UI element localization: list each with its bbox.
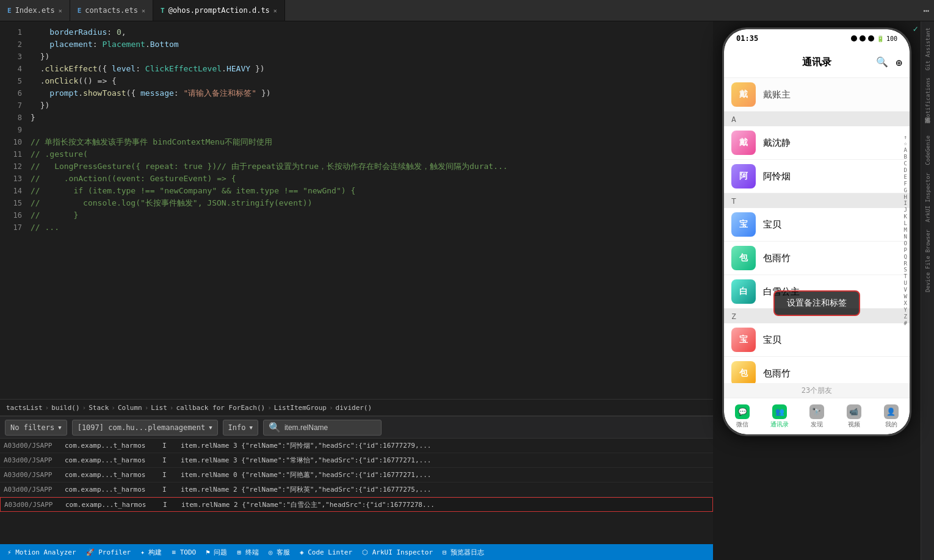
log-row[interactable]: A03d00/JSAPP com.examp...t_harmos I item… xyxy=(0,468,713,483)
wechat-icon: 💬 xyxy=(735,404,750,419)
codegenie-label[interactable]: CodeGenie xyxy=(924,132,932,169)
camera-dot xyxy=(851,35,857,41)
status-profiler[interactable]: 🚀 Profiler xyxy=(86,548,131,556)
filter-label: No filters xyxy=(10,423,54,432)
bottom-toolbar: No filters ▼ [1097] com.hu...plemanageme… xyxy=(0,417,713,439)
phone-time: 01:35 xyxy=(736,34,758,43)
log-tag: com.examp...t_harmos xyxy=(61,456,159,464)
contact-item[interactable]: 戴 戴账主 xyxy=(724,78,910,112)
device-file-browser-label[interactable]: Device File Browser xyxy=(924,226,932,296)
status-preview-log[interactable]: ⊟ 预览器日志 xyxy=(443,548,484,557)
status-build[interactable]: ✦ 构建 xyxy=(140,548,162,557)
phone-nav-title: 通讯录 xyxy=(802,56,831,69)
tab-index-ets[interactable]: E Index.ets ✕ xyxy=(0,0,70,21)
arkui-inspector-label[interactable]: ArkUI Inspector xyxy=(924,169,932,226)
tab-menu-button[interactable]: ⋯ xyxy=(918,5,934,16)
avatar: 戴 xyxy=(731,82,756,107)
camera-dot2 xyxy=(860,35,866,41)
contacts-icon: 👥 xyxy=(772,404,787,419)
search-nav-icon[interactable]: 🔍 xyxy=(876,56,888,69)
breadcrumb-item[interactable]: build() xyxy=(51,404,79,412)
bottom-nav-video[interactable]: 📹 视频 xyxy=(835,404,872,429)
log-level: I xyxy=(159,501,178,509)
discover-icon: 🔭 xyxy=(809,404,824,419)
breadcrumb-item[interactable]: callback for ForEach() xyxy=(176,404,265,412)
code-line: 10 // 单指长按文本触发该手势事件 bindContextMenu不能同时使… xyxy=(0,136,713,148)
breadcrumb-item[interactable]: Stack xyxy=(89,404,109,412)
log-msg: item.relName 3 {"relName":"常琳怡","headSrc… xyxy=(177,456,713,465)
code-line: 4 .clickEffect({ level: ClickEffectLevel… xyxy=(0,63,713,75)
contact-item[interactable]: 宝 宝贝 xyxy=(724,323,910,357)
tab-close-index[interactable]: ✕ xyxy=(59,7,62,14)
contact-section-header: A xyxy=(724,112,910,126)
contact-item[interactable]: 包 包雨竹 xyxy=(724,357,910,383)
avatar: 宝 xyxy=(731,328,756,352)
tab-close-ohos[interactable]: ✕ xyxy=(273,7,277,14)
status-arkui[interactable]: ⬡ ArkUI Inspector xyxy=(362,548,433,556)
toast-notification: 设置备注和标签 xyxy=(773,290,860,316)
breadcrumb-item[interactable]: Column xyxy=(118,404,142,412)
log-tag: com.examp...t_harmos xyxy=(62,501,159,509)
log-pid: A03d00/JSAPP xyxy=(0,442,61,450)
add-nav-icon[interactable]: ⊕ xyxy=(896,56,902,69)
bottom-nav-discover[interactable]: 🔭 发现 xyxy=(798,404,836,429)
search-input[interactable] xyxy=(284,423,376,432)
contact-item[interactable]: 戴 戴沈静 xyxy=(724,126,910,160)
camera-dot3 xyxy=(868,35,874,41)
no-filters-select[interactable]: No filters ▼ xyxy=(5,420,67,436)
breadcrumb-item[interactable]: divider() xyxy=(336,404,372,412)
bottom-nav-contacts[interactable]: 👥 通讯录 xyxy=(761,404,798,429)
search-box[interactable]: 🔍 xyxy=(263,420,382,436)
code-line: 16 // } xyxy=(0,209,713,221)
avatar: 阿 xyxy=(731,164,756,188)
code-line: 15 // console.log("长按事件触发", JSON.stringi… xyxy=(0,197,713,209)
log-level: I xyxy=(159,486,177,494)
bottom-panel: No filters ▼ [1097] com.hu...plemanageme… xyxy=(0,416,713,544)
contact-item[interactable]: 包 包雨竹 xyxy=(724,242,910,275)
code-line: 3 }) xyxy=(0,51,713,63)
breadcrumb-item[interactable]: List xyxy=(151,404,167,412)
status-terminal[interactable]: ⊞ 终端 xyxy=(237,548,258,557)
status-todo[interactable]: ≡ TODO xyxy=(172,548,196,556)
phone-mockup: 01:35 🔋 100 通讯录 xyxy=(722,27,911,436)
status-code-linter[interactable]: ◈ Code Linter xyxy=(300,548,352,556)
status-problems[interactable]: ⚑ 问题 xyxy=(206,548,227,557)
log-row[interactable]: A03d00/JSAPP com.examp...t_harmos I item… xyxy=(0,439,713,453)
pid-label: [1097] com.hu...plemanagement xyxy=(78,423,206,432)
contact-name: 宝贝 xyxy=(763,334,781,346)
log-level: I xyxy=(159,456,177,464)
pid-select[interactable]: [1097] com.hu...plemanagement ▼ xyxy=(72,420,218,436)
git-assistant-label[interactable]: Git Assistant xyxy=(924,24,932,74)
contact-item[interactable]: 阿 阿怜烟 xyxy=(724,160,910,193)
breadcrumb-item[interactable]: tactsList xyxy=(6,404,43,412)
tab-close-contacts[interactable]: ✕ xyxy=(142,7,145,14)
bottom-nav-wechat[interactable]: 💬 微信 xyxy=(724,404,761,429)
level-select[interactable]: Info ▼ xyxy=(223,420,258,436)
notifications-label[interactable]: Notifications xyxy=(924,74,932,124)
log-tag: com.examp...t_harmos xyxy=(61,471,159,479)
bottom-nav-me[interactable]: 👤 我的 xyxy=(872,404,910,429)
phone-status-right: 🔋 100 xyxy=(851,35,897,42)
log-row-highlighted[interactable]: A03d00/JSAPP com.examp...t_harmos I item… xyxy=(0,497,713,512)
tab-ohos-ts[interactable]: T @ohos.promptAction.d.ts ✕ xyxy=(153,0,285,21)
log-row[interactable]: A03d00/JSAPP com.examp...t_harmos I item… xyxy=(0,483,713,497)
log-row[interactable]: A03d00/JSAPP com.examp...t_harmos I item… xyxy=(0,453,713,468)
status-service[interactable]: ◎ 客服 xyxy=(269,548,290,557)
checkmark-icon: ✓ xyxy=(913,24,918,34)
avatar: 包 xyxy=(731,246,756,270)
code-line: 12 // LongPressGesture({ repeat: true })… xyxy=(0,160,713,173)
breadcrumb-item[interactable]: ListItemGroup xyxy=(274,404,327,412)
code-line: 13 // .onAction((event: GestureEvent) =>… xyxy=(0,173,713,185)
tab-contacts-ets[interactable]: E contacts.ets ✕ xyxy=(70,0,153,21)
contact-item[interactable]: 宝 宝贝 xyxy=(724,208,910,242)
right-panel: ✓ 01:35 🔋 100 xyxy=(713,21,921,560)
code-line: 14 // if (item.type !== "newCompany" && … xyxy=(0,185,713,197)
phone-bottom-nav: 💬 微信 👥 通讯录 🔭 xyxy=(724,398,910,434)
log-pid: A03d00/JSAPP xyxy=(0,471,61,479)
contacts-count: 23个朋友 xyxy=(724,383,910,398)
code-line: 9 xyxy=(0,124,713,136)
battery-level: 100 xyxy=(886,35,897,42)
log-msg: item.relName 2 {"relName":"白雪公主","headSr… xyxy=(178,500,712,509)
status-motion-analyzer[interactable]: ⚡ Motion Analyzer xyxy=(7,548,76,556)
ocr-label[interactable]: 文字识别 xyxy=(922,124,933,132)
